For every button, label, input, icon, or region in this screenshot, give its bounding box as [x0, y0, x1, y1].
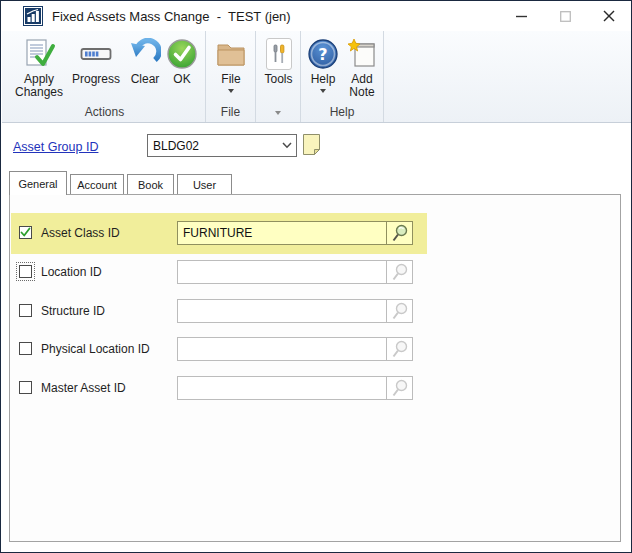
tools-button[interactable]: Tools [259, 35, 298, 86]
help-button[interactable]: ? Help [304, 35, 342, 93]
location-id-label: Location ID [41, 260, 102, 284]
titlebar: Fixed Assets Mass Change - TEST (jen) [1, 1, 631, 31]
asset-class-id-label: Asset Class ID [41, 221, 120, 245]
physical-location-id-row: Physical Location ID [1, 337, 632, 361]
svg-text:?: ? [318, 45, 327, 64]
asset-group-id-dropdown[interactable]: BLDG02 [147, 134, 297, 157]
close-button[interactable] [587, 1, 631, 31]
master-asset-id-label: Master Asset ID [41, 376, 126, 400]
location-id-input [178, 261, 386, 283]
asset-class-id-lookup-button[interactable] [386, 222, 412, 244]
chevron-down-icon[interactable] [278, 142, 296, 149]
ribbon-group-tools: Tools [256, 31, 301, 122]
asset-class-id-checkbox[interactable] [19, 226, 32, 239]
tools-group-dropdown-arrow-icon[interactable] [275, 111, 281, 115]
app-chart-icon [23, 6, 43, 26]
maximize-icon [560, 11, 571, 22]
close-icon [603, 10, 615, 22]
physical-location-id-input [178, 338, 386, 360]
ok-check-icon [166, 35, 198, 73]
asset-group-id-link[interactable]: Asset Group ID [13, 140, 98, 154]
tab-book[interactable]: Book [127, 174, 174, 194]
clear-undo-arrow-icon [129, 35, 161, 73]
magnifier-disabled-icon [391, 263, 408, 282]
ribbon-group-actions: Apply Changes Progress [4, 31, 206, 122]
physical-location-id-checkbox[interactable] [19, 342, 32, 355]
help-icon: ? [307, 35, 339, 73]
apply-changes-button[interactable]: Apply Changes [10, 35, 68, 99]
location-id-row: Location ID [1, 260, 632, 284]
file-group-label: File [206, 105, 255, 119]
structure-id-lookup-button [386, 300, 412, 322]
note-page-icon [302, 133, 321, 156]
fixed-assets-mass-change-window: Fixed Assets Mass Change - TEST (jen) [0, 0, 632, 553]
location-id-field [177, 260, 413, 284]
window-controls [499, 1, 631, 31]
ribbon-group-help: ? Help Add Note Help [301, 31, 384, 122]
tab-account[interactable]: Account [70, 174, 124, 194]
actions-group-label: Actions [4, 105, 205, 119]
record-note-button[interactable] [302, 133, 321, 156]
window-title: Fixed Assets Mass Change - TEST (jen) [52, 9, 291, 24]
asset-class-id-row: Asset Class ID [1, 221, 632, 245]
ribbon-group-file: File File [206, 31, 256, 122]
location-id-checkbox[interactable] [19, 265, 32, 278]
structure-id-input [178, 300, 386, 322]
progress-button[interactable]: Progress [68, 35, 124, 86]
clear-button[interactable]: Clear [125, 35, 165, 86]
tab-general[interactable]: General [9, 171, 67, 195]
checkmark-icon [20, 227, 31, 238]
help-group-label: Help [301, 105, 383, 119]
structure-id-row: Structure ID [1, 299, 632, 323]
magnifier-disabled-icon [391, 379, 408, 398]
asset-class-id-input[interactable] [178, 222, 386, 244]
asset-group-id-value: BLDG02 [148, 139, 278, 153]
master-asset-id-checkbox[interactable] [19, 381, 32, 394]
magnifier-icon [391, 224, 408, 243]
physical-location-id-field [177, 337, 413, 361]
minimize-button[interactable] [499, 1, 543, 31]
progress-bar-icon [79, 35, 113, 73]
minimize-icon [516, 11, 527, 22]
ok-button[interactable]: OK [162, 35, 202, 86]
master-asset-id-field [177, 376, 413, 400]
structure-id-checkbox[interactable] [19, 304, 32, 317]
file-dropdown-arrow-icon [228, 89, 234, 93]
master-asset-id-row: Master Asset ID [1, 376, 632, 400]
file-menu-button[interactable]: File [209, 35, 253, 93]
folder-icon [215, 35, 247, 73]
add-note-icon [346, 35, 378, 73]
physical-location-id-lookup-button [386, 338, 412, 360]
magnifier-disabled-icon [391, 340, 408, 359]
location-id-lookup-button [386, 261, 412, 283]
master-asset-id-lookup-button [386, 377, 412, 399]
master-asset-id-input [178, 377, 386, 399]
physical-location-id-label: Physical Location ID [41, 337, 150, 361]
apply-changes-icon [22, 35, 56, 73]
structure-id-label: Structure ID [41, 299, 105, 323]
maximize-button[interactable] [543, 1, 587, 31]
help-dropdown-arrow-icon [320, 89, 326, 93]
tools-icon [266, 35, 292, 73]
structure-id-field [177, 299, 413, 323]
add-note-button[interactable]: Add Note [342, 35, 382, 99]
tab-user[interactable]: User [177, 174, 232, 194]
ribbon: Apply Changes Progress [2, 31, 631, 123]
asset-class-id-field [177, 221, 413, 245]
magnifier-disabled-icon [391, 302, 408, 321]
